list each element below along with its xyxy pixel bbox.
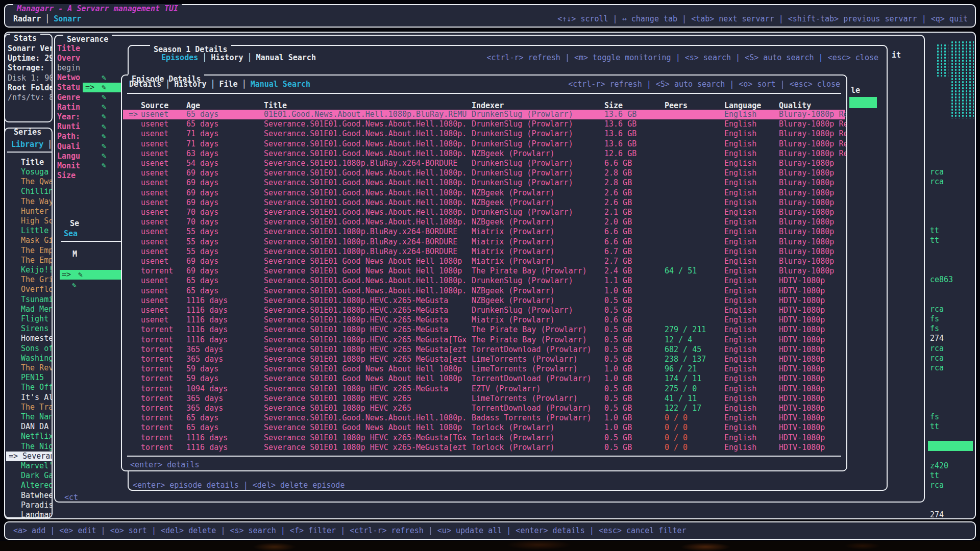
series-item[interactable]: It's Al	[6, 393, 52, 403]
series-item[interactable]: DAN DA	[6, 422, 52, 432]
release-row[interactable]: usenet69 daysSeverance.S01E01.Good.News.…	[123, 198, 845, 208]
series-item[interactable]: Little	[6, 226, 52, 236]
series-item[interactable]: Altered	[6, 481, 52, 490]
release-row[interactable]: usenet65 daysSeverance.S01E01.Good.News.…	[123, 119, 845, 129]
tab-servarr-sonarr[interactable]: Sonarr	[54, 14, 81, 23]
series-item[interactable]: Washing	[6, 354, 52, 363]
release-row[interactable]: torrent1116 daysSeverance S01E01 1080p H…	[123, 325, 845, 335]
tab-episode-file[interactable]: File	[219, 80, 238, 89]
pencil-icon[interactable]: ✎	[102, 112, 106, 121]
series-item[interactable]: Mad Men	[6, 305, 52, 314]
release-row[interactable]: torrent65 daysSeverance S01E01 Good News…	[123, 423, 845, 433]
release-row[interactable]: usenet1116 daysSeverance.S01E01.1080p.HE…	[123, 306, 845, 315]
tab-season-manual-search[interactable]: Manual Search	[256, 53, 316, 62]
series-item[interactable]: Yosuga	[6, 167, 52, 177]
series-item[interactable]: The Tra	[6, 403, 52, 412]
series-item[interactable]: The Way	[6, 197, 52, 207]
release-indexer: Miatrix (Prowlarr)	[472, 237, 602, 247]
release-row[interactable]: torrent69 daysSeverance S01E01 Good News…	[123, 266, 845, 276]
series-item[interactable]: Chillin	[6, 187, 52, 196]
release-row[interactable]: usenet71 daysSeverance.S01E01.Good.News.…	[123, 139, 845, 149]
tab-episode-details[interactable]: Details	[129, 80, 161, 89]
series-item[interactable]: Dark Ga	[6, 471, 52, 481]
release-row[interactable]: torrent1116 daysSeverance S01E01 1080p H…	[123, 433, 845, 443]
bottom-bar: <a> add | <e> edit | <o> sort | <del> de…	[4, 521, 976, 540]
pencil-icon[interactable]: ✎	[72, 281, 77, 290]
release-row[interactable]: usenet54 daysSeverance.S01E01.1080p.BluR…	[123, 159, 845, 168]
series-item[interactable]: The Emp	[6, 246, 52, 256]
release-source: usenet	[141, 208, 168, 217]
release-row[interactable]: usenet69 daysSeverance S01E01 Good News …	[123, 257, 845, 266]
pencil-icon[interactable]: ✎	[102, 122, 106, 132]
series-item[interactable]: Flight	[6, 314, 52, 324]
series-item[interactable]: The Rev	[6, 363, 52, 373]
seasons-selected-row-fragment[interactable]: =>✎	[60, 270, 121, 280]
series-item[interactable]: The Nan	[6, 412, 52, 422]
pencil-icon[interactable]: ✎	[102, 141, 106, 151]
series-item[interactable]: Keijo!!	[6, 265, 52, 275]
series-item[interactable]: Homeste	[6, 334, 52, 343]
severance-detail-label: Netwo	[57, 73, 82, 83]
tab-servarr-radarr[interactable]: Radarr	[13, 14, 41, 23]
seasons-selected-row[interactable]: =>✎	[83, 83, 121, 92]
release-row[interactable]: torrent365 daysSeverance S01E01 1080p HE…	[123, 345, 845, 355]
tab-season-episodes[interactable]: Episodes	[161, 53, 198, 62]
episode-details-window: Episode Details Details│History│File│Man…	[121, 74, 847, 471]
series-item[interactable]: Hunter	[6, 207, 52, 216]
release-row[interactable]: usenet55 daysSeverance.S01E01.1080p.BluR…	[123, 227, 845, 237]
series-item[interactable]: High Sc	[6, 216, 52, 226]
release-row[interactable]: usenet69 daysSeverance.S01E01.Good.News.…	[123, 178, 845, 188]
release-row[interactable]: torrent59 daysSeverance S01E01 Good News…	[123, 374, 845, 384]
pencil-icon[interactable]: ✎	[102, 132, 106, 141]
pencil-icon[interactable]: ✎	[102, 73, 106, 83]
release-row[interactable]: torrent1116 daysSeverance.S01E01.1080p.H…	[123, 335, 845, 345]
release-row[interactable]: usenet70 daysSeverance.S01E01.Good.News.…	[123, 208, 845, 217]
release-row[interactable]: torrent365 daysSeverance S01E01 1080p HE…	[123, 404, 845, 413]
series-item[interactable]: Tsunami	[6, 295, 52, 305]
series-item[interactable]: Sirens	[6, 324, 52, 334]
release-row[interactable]: usenet65 daysSeverance.S01E01.Good.News.…	[123, 276, 845, 286]
release-row[interactable]: usenet71 daysSeverance.S01E01.Good.News.…	[123, 129, 845, 139]
tab-library[interactable]: Library│	[11, 140, 53, 149]
release-row[interactable]: usenet69 daysSeverance.S01E01.Good.News.…	[123, 168, 845, 178]
series-item[interactable]: => Severan	[6, 452, 52, 461]
tab-season-history[interactable]: History	[211, 53, 243, 62]
release-row[interactable]: torrent59 daysSeverance S01E01 Good News…	[123, 364, 845, 374]
release-row[interactable]: usenet65 daysSeverance.S01E01.Good.News.…	[123, 286, 845, 296]
series-item[interactable]: Overflo	[6, 285, 52, 294]
release-row[interactable]: usenet1116 daysSeverance.S01E01.1080p.HE…	[123, 315, 845, 325]
series-item[interactable]: The Qwa	[6, 177, 52, 187]
seasons-panel-tab-fragment[interactable]: Sea	[64, 229, 78, 239]
release-row[interactable]: usenet55 daysSeverance.S01E01.1080p.BluR…	[123, 247, 845, 257]
tab-episode-history[interactable]: History	[174, 80, 206, 89]
release-row[interactable]: torrent65 daysSeverance.S01E01.Good.News…	[123, 413, 845, 423]
series-item[interactable]: Batwhee	[6, 491, 52, 500]
series-item[interactable]: Marvel'	[6, 461, 52, 471]
series-item[interactable]: The Gri	[6, 275, 52, 285]
release-row[interactable]: torrent365 daysSeverance S01E01 1080p HE…	[123, 394, 845, 404]
series-item[interactable]: Netflix	[6, 432, 52, 441]
series-item[interactable]: Mask Gi	[6, 236, 52, 245]
pencil-icon[interactable]: ✎	[102, 151, 106, 161]
pencil-icon[interactable]: ✎	[102, 92, 106, 102]
series-item[interactable]: Paradis	[6, 500, 52, 510]
series-item[interactable]: PEN15	[6, 373, 52, 383]
release-row[interactable]: usenet63 daysSeverance.S01E01.Good.News.…	[123, 149, 845, 159]
release-row[interactable]: usenet1116 daysSeverance.S01E01.1080p.HE…	[123, 296, 845, 306]
release-row[interactable]: torrent365 daysSeverance S01E01 1080p HE…	[123, 355, 845, 364]
pencil-icon[interactable]: ✎	[102, 102, 106, 112]
tab-episode-manual-search[interactable]: Manual Search	[251, 80, 310, 89]
release-quality: Bluray-1080p	[779, 217, 846, 227]
series-item[interactable]: Landman	[6, 510, 52, 518]
release-row[interactable]: =>usenet65 days01E01.Good.News.About.Hel…	[123, 110, 845, 119]
series-item[interactable]: The Emp	[6, 256, 52, 265]
pencil-icon[interactable]: ✎	[102, 161, 106, 170]
series-item[interactable]: The Off	[6, 383, 52, 392]
release-row[interactable]: torrent1116 daysSeverance S01E01 1080p H…	[123, 443, 845, 453]
release-row[interactable]: usenet69 daysSeverance.S01E01.Good.News.…	[123, 188, 845, 198]
release-row[interactable]: usenet70 daysSeverance.S01E01.Good.News.…	[123, 217, 845, 227]
series-item[interactable]: The Nig	[6, 442, 52, 452]
release-row[interactable]: usenet55 daysSeverance.S01E01.1080p.BluR…	[123, 237, 845, 247]
series-item[interactable]: Sons of	[6, 344, 52, 354]
release-row[interactable]: torrent1094 daysSeverance S01E01 1080p H…	[123, 384, 845, 394]
